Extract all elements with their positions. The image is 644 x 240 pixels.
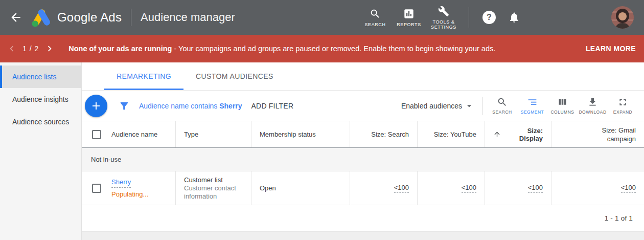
size-gmail-value: <100 (621, 184, 636, 193)
audience-name-block: Sherry Populating... (111, 178, 148, 199)
question-mark-icon: ? (487, 13, 492, 22)
add-filter-button[interactable]: ADD FILTER (251, 102, 294, 110)
group-label: Not in-use (91, 156, 121, 163)
size-youtube-value: <100 (462, 184, 476, 193)
audience-name-link[interactable]: Sherry (111, 178, 131, 188)
select-all-checkbox[interactable] (92, 130, 101, 139)
size-display-value: <100 (528, 184, 543, 193)
sidebar-item-audience-insights[interactable]: Audience insights (0, 88, 81, 111)
back-button[interactable] (9, 11, 22, 24)
row-checkbox[interactable] (92, 184, 101, 193)
sidebar-item-label: Audience sources (12, 118, 69, 126)
search-icon (497, 97, 508, 107)
column-label: Size: Search (371, 130, 409, 138)
tool-label: DOWNLOAD (579, 110, 606, 115)
learn-more-link[interactable]: LEARN MORE (586, 45, 636, 53)
table-header-row: Audience name Type Membership status Siz… (82, 121, 644, 148)
sidebar-item-audience-lists[interactable]: Audience lists (0, 66, 81, 88)
add-audience-button[interactable] (85, 95, 107, 117)
chevron-left-icon (6, 43, 17, 54)
column-label: Type (184, 130, 198, 138)
nav-reports-button[interactable]: REPORTS (392, 8, 426, 27)
header-size-search[interactable]: Size: Search (350, 121, 418, 147)
table-download-button[interactable]: DOWNLOAD (578, 97, 608, 115)
top-app-bar: Google Ads Audience manager SEARCH REPOR… (0, 0, 644, 35)
user-avatar[interactable] (611, 6, 634, 29)
tab-label: CUSTOM AUDIENCES (196, 72, 273, 80)
wrench-icon (438, 6, 449, 17)
active-filter-chip[interactable]: Audience name contains Sherry (139, 102, 242, 110)
nav-search-button[interactable]: SEARCH (358, 8, 392, 27)
title-divider (131, 9, 131, 26)
size-search-value: <100 (394, 184, 409, 193)
tab-label: REMARKETING (117, 72, 171, 80)
search-icon (370, 8, 381, 19)
help-button[interactable]: ? (482, 11, 496, 24)
audience-view-select[interactable]: Enabled audiences (401, 101, 474, 111)
toolbar-divider (482, 97, 483, 115)
banner-page-indicator: 1 / 2 (22, 45, 39, 53)
header-type[interactable]: Type (176, 121, 251, 147)
notifications-button[interactable] (508, 11, 520, 24)
sort-ascending-icon (493, 130, 501, 138)
filter-condition: Audience name contains (139, 102, 219, 110)
segment-icon (527, 97, 538, 107)
cell-type: Customer list Customer contact informati… (176, 171, 251, 205)
audience-type-detail: Customer contact information (184, 184, 236, 200)
tool-label: COLUMNS (550, 110, 574, 115)
banner-message-detail: - Your campaigns and ad groups are pause… (172, 45, 495, 53)
column-label: Size: YouTube (434, 130, 476, 138)
tool-label: SEARCH (492, 110, 512, 115)
page-background (82, 232, 644, 240)
banner-next-button[interactable] (44, 43, 55, 54)
nav-tools-settings-label: TOOLS & SETTINGS (426, 19, 462, 30)
sidebar-item-audience-sources[interactable]: Audience sources (0, 111, 81, 133)
nav-tools-settings-button[interactable]: TOOLS & SETTINGS (426, 6, 462, 30)
header-size-youtube[interactable]: Size: YouTube (418, 121, 485, 147)
google-ads-logo-icon (31, 8, 52, 27)
columns-icon (557, 97, 568, 107)
table-columns-button[interactable]: COLUMNS (547, 97, 578, 115)
download-icon (587, 97, 598, 107)
product-name: Google Ads (57, 10, 122, 25)
audience-type: Customer list (184, 176, 223, 184)
table-row: Sherry Populating... Customer list Custo… (82, 171, 644, 205)
table-expand-button[interactable]: EXPAND (608, 97, 638, 115)
arrow-back-icon (9, 11, 22, 24)
chevron-down-icon (464, 101, 474, 111)
banner-prev-button[interactable] (6, 43, 17, 54)
header-size-display-sorted[interactable]: Size: Display (485, 121, 551, 147)
cell-membership-status: Open (251, 171, 350, 205)
table-footer: 1 - 1 of 1 (82, 205, 644, 232)
chevron-right-icon (44, 43, 55, 54)
banner-message-title: None of your ads are running (68, 45, 172, 53)
nav-search-label: SEARCH (364, 22, 385, 27)
google-ads-app: Google Ads Audience manager SEARCH REPOR… (0, 0, 644, 240)
header-size-gmail[interactable]: Size: Gmail campaign (551, 121, 644, 147)
tool-label: SEGMENT (521, 110, 544, 115)
table-search-button[interactable]: SEARCH (487, 97, 517, 115)
reports-icon (403, 8, 415, 19)
cell-size-search: <100 (350, 171, 418, 205)
main-panel: REMARKETING CUSTOM AUDIENCES Audience na… (82, 62, 644, 240)
plus-icon (90, 100, 102, 112)
nav-reports-label: REPORTS (397, 22, 421, 27)
top-navigation: SEARCH REPORTS TOOLS & SETTINGS ? (358, 6, 634, 30)
expand-icon (617, 97, 628, 107)
header-membership-status[interactable]: Membership status (251, 121, 350, 147)
table-segment-button[interactable]: SEGMENT (517, 97, 547, 115)
sidebar-item-label: Audience lists (12, 73, 56, 81)
tab-custom-audiences[interactable]: CUSTOM AUDIENCES (183, 62, 286, 90)
header-audience-name: Audience name (82, 121, 176, 147)
populating-status: Populating... (111, 190, 148, 199)
topnav-divider (469, 7, 469, 28)
column-label[interactable]: Audience name (111, 130, 157, 138)
page-title: Audience manager (141, 11, 235, 24)
cell-audience-name: Sherry Populating... (82, 171, 176, 205)
banner-message: None of your ads are running - Your camp… (68, 45, 495, 53)
group-row-not-in-use: Not in-use (82, 148, 644, 171)
membership-status-value: Open (260, 184, 276, 192)
cell-size-youtube: <100 (418, 171, 485, 205)
tab-bar: REMARKETING CUSTOM AUDIENCES (82, 62, 644, 91)
tab-remarketing[interactable]: REMARKETING (104, 62, 183, 90)
